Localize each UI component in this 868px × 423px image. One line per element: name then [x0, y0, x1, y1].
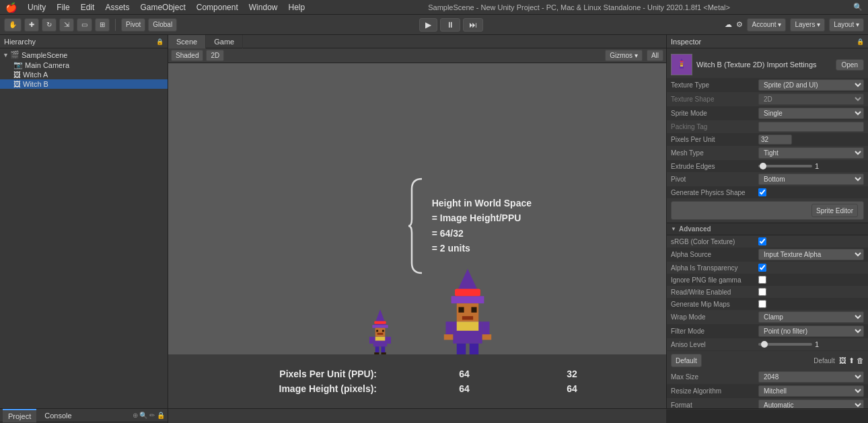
- witch-a-height: 64: [444, 383, 484, 394]
- ppu-label: Pixels Per Unit (PPU):: [242, 369, 377, 379]
- resize-algo-dropdown[interactable]: Mitchell: [758, 385, 864, 397]
- svg-rect-16: [451, 296, 484, 303]
- sprite-mode-dropdown[interactable]: Single: [758, 108, 864, 119]
- open-button[interactable]: Open: [836, 59, 864, 71]
- srgb-checkbox[interactable]: [758, 237, 766, 245]
- physics-checkbox[interactable]: [758, 188, 766, 196]
- inspector-lock[interactable]: 🔒: [857, 38, 864, 45]
- menu-unity[interactable]: Unity: [28, 3, 46, 12]
- services-icon[interactable]: ⚙: [736, 20, 743, 29]
- rotate-tool[interactable]: ↻: [42, 18, 57, 32]
- ann-line2: = Image Height/PPU: [432, 210, 532, 225]
- svg-rect-32: [680, 61, 684, 62]
- labels-row: Pixels Per Unit (PPU): 64 32 Image Heigh…: [168, 354, 666, 408]
- global-button[interactable]: Global: [148, 18, 177, 32]
- sprite-editor-button[interactable]: Sprite Editor: [811, 204, 858, 217]
- pivot-dropdown[interactable]: Bottom: [758, 174, 864, 185]
- asset-name: Witch B (Texture 2D) Import Settings: [696, 61, 817, 69]
- svg-rect-20: [471, 307, 476, 313]
- extrude-slider[interactable]: [758, 165, 812, 167]
- project-header: Project Console ⊕ 🔍 ✏ 🔒: [0, 409, 168, 422]
- console-tab[interactable]: Console: [39, 409, 77, 422]
- aniso-slider[interactable]: [758, 343, 812, 346]
- mip-maps-checkbox[interactable]: [758, 300, 766, 308]
- alpha-source-row: Alpha Source Input Texture Alpha: [667, 247, 868, 262]
- packing-tag-input[interactable]: [758, 122, 864, 132]
- svg-rect-27: [482, 334, 492, 340]
- texture-shape-label: Texture Shape: [671, 95, 758, 103]
- brace-annotation: Height in World Space = Image Height/PPU…: [405, 176, 532, 276]
- alpha-transparency-row: Alpha Is Transparency: [667, 262, 868, 274]
- scene-icon: 🎬: [10, 50, 20, 59]
- texture-type-dropdown[interactable]: Sprite (2D and UI): [758, 79, 864, 91]
- hierarchy-item-samplescene[interactable]: ▼ 🎬 SampleScene: [0, 50, 168, 60]
- hand-tool[interactable]: ✋: [4, 18, 22, 32]
- mesh-type-label: Mesh Type: [671, 149, 758, 157]
- rect-tool[interactable]: ▭: [77, 18, 92, 32]
- menu-edit[interactable]: Edit: [81, 3, 95, 12]
- advanced-section[interactable]: ▼ Advanced: [667, 223, 868, 235]
- transform-tool[interactable]: ⊞: [95, 18, 110, 32]
- move-tool[interactable]: ✚: [24, 18, 39, 32]
- pivot-row: Pivot Bottom: [667, 172, 868, 186]
- alpha-transparency-checkbox[interactable]: [758, 264, 766, 272]
- scene-view[interactable]: Height in World Space = Image Height/PPU…: [168, 63, 666, 408]
- svg-rect-28: [457, 344, 466, 354]
- scene-tab[interactable]: Scene: [168, 35, 206, 48]
- collab-icon[interactable]: ☁: [725, 20, 732, 29]
- annotation-text: Height in World Space = Image Height/PPU…: [432, 196, 532, 256]
- asset-thumbnail: [671, 54, 692, 75]
- default-platform-btn[interactable]: Default: [671, 354, 702, 367]
- pause-button[interactable]: ⏸: [440, 18, 460, 32]
- svg-rect-26: [444, 334, 454, 340]
- witch-a-figure: [363, 307, 397, 354]
- toolbar: ✋ ✚ ↻ ⇲ ▭ ⊞ Pivot Global ▶ ⏸ ⏭ ☁ ⚙ Accou…: [0, 15, 868, 35]
- gizmos-button[interactable]: Gizmos ▾: [605, 50, 643, 61]
- mesh-type-dropdown[interactable]: Tight: [758, 147, 864, 159]
- game-tab[interactable]: Game: [206, 35, 243, 48]
- layers-button[interactable]: Layers ▾: [790, 18, 825, 32]
- layout-button[interactable]: Layout ▾: [829, 18, 864, 32]
- hierarchy-item-maincamera[interactable]: 📷 Main Camera: [0, 60, 168, 70]
- png-gamma-label: Ignore PNG file gamma: [671, 276, 758, 284]
- read-write-checkbox[interactable]: [758, 288, 766, 296]
- hierarchy-item-witcha[interactable]: 🖼 Witch A: [0, 70, 168, 79]
- scene-area: Scene Game Shaded 2D Gizmos ▾ All: [168, 35, 666, 408]
- menu-assets[interactable]: Assets: [105, 3, 129, 12]
- hierarchy-lock[interactable]: 🔒: [156, 38, 164, 45]
- all-button[interactable]: All: [647, 50, 663, 61]
- filter-mode-dropdown[interactable]: Point (no filter): [758, 325, 864, 337]
- wrap-mode-dropdown[interactable]: Clamp: [758, 311, 864, 323]
- scene-tabs: Scene Game: [168, 35, 666, 48]
- scale-tool[interactable]: ⇲: [59, 18, 74, 32]
- search-icon[interactable]: 🔍: [853, 3, 863, 11]
- shaded-button[interactable]: Shaded: [171, 50, 203, 61]
- mode-2d-button[interactable]: 2D: [206, 50, 224, 61]
- account-button[interactable]: Account ▾: [747, 18, 786, 32]
- menu-help[interactable]: Help: [288, 3, 305, 12]
- inspector-bottom-bar: Witch B RGB 0 0 0: [666, 409, 868, 423]
- pivot-button[interactable]: Pivot: [121, 18, 145, 32]
- project-tab[interactable]: Project: [3, 409, 36, 422]
- step-button[interactable]: ⏭: [463, 18, 483, 32]
- menu-file[interactable]: File: [57, 3, 69, 12]
- packing-tag-row: Packing Tag: [667, 120, 868, 133]
- brace-svg: [405, 176, 425, 276]
- hierarchy-item-witchb[interactable]: 🖼 Witch B: [0, 79, 168, 89]
- play-button[interactable]: ▶: [419, 18, 437, 32]
- menu-gameobject[interactable]: GameObject: [140, 3, 185, 12]
- svg-rect-25: [482, 321, 490, 336]
- menu-component[interactable]: Component: [196, 3, 238, 12]
- texture-shape-dropdown[interactable]: 2D: [758, 93, 864, 105]
- menu-window[interactable]: Window: [249, 3, 278, 12]
- resize-algo-row: Resize Algorithm Mitchell: [667, 384, 868, 398]
- camera-icon: 📷: [13, 61, 23, 69]
- png-gamma-checkbox[interactable]: [758, 276, 766, 284]
- max-size-dropdown[interactable]: 2048: [758, 371, 864, 383]
- inspector-content[interactable]: Witch B (Texture 2D) Import Settings Ope…: [667, 48, 868, 408]
- ppu-value-input[interactable]: [758, 134, 792, 145]
- alpha-source-dropdown[interactable]: Input Texture Alpha: [758, 249, 864, 260]
- sprite-icon: 🖼: [13, 80, 21, 88]
- read-write-label: Read/Write Enabled: [671, 289, 758, 296]
- format-dropdown[interactable]: Automatic: [758, 399, 864, 408]
